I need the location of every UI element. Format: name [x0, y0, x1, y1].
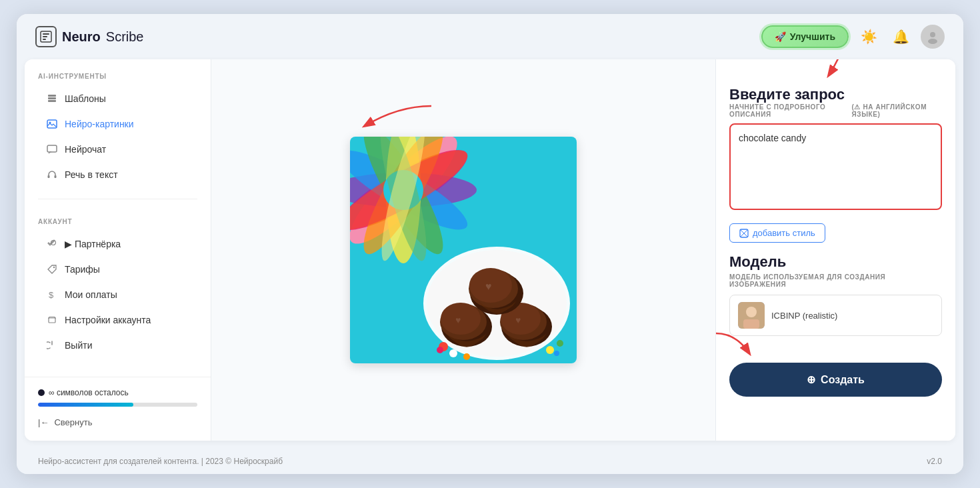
- model-thumb-image: [738, 302, 765, 329]
- sidebar-item-templates[interactable]: Шаблоны: [38, 87, 197, 111]
- sidebar-item-neuro-images[interactable]: Нейро-картинки: [38, 112, 197, 136]
- prompt-subtitle-warning: (⚠ НА АНГЛИЙСКОМ ЯЗЫКЕ): [852, 103, 943, 118]
- neurochat-label: Нейрочат: [65, 144, 106, 155]
- svg-point-50: [554, 351, 559, 356]
- sidebar-item-payments[interactable]: $ Мои оплаты: [38, 283, 197, 307]
- prompt-subtitle: НАЧНИТЕ С ПОДРОБНОГО ОПИСАНИЯ (⚠ НА АНГЛ…: [729, 103, 942, 118]
- generated-image: ♥ ♥ ♥: [350, 137, 577, 363]
- create-button[interactable]: ⊕ Создать: [729, 363, 942, 397]
- svg-rect-17: [49, 318, 55, 323]
- svg-rect-11: [47, 145, 57, 152]
- svg-rect-2: [43, 36, 47, 37]
- svg-rect-7: [48, 97, 56, 99]
- prompt-title: Введите запрос: [729, 86, 942, 103]
- prompt-subtitle-text: НАЧНИТЕ С ПОДРОБНОГО ОПИСАНИЯ: [729, 103, 849, 118]
- footer-version: v2.0: [927, 457, 942, 466]
- speech-label: Речь в текст: [65, 169, 118, 180]
- model-selector[interactable]: ICBINP (realistic): [729, 295, 942, 336]
- upgrade-icon: 🚀: [775, 31, 786, 42]
- sun-icon: ☀️: [861, 29, 877, 45]
- model-title: Модель: [729, 253, 942, 271]
- sidebar-item-tariffs[interactable]: Тарифы: [38, 257, 197, 281]
- model-thumbnail: [738, 302, 765, 329]
- sidebar: AI-ИНСТРУМЕНТЫ Шаблоны: [25, 59, 211, 441]
- prompt-input[interactable]: chocolate candy: [729, 123, 942, 210]
- right-panel: Введите запрос НАЧНИТЕ С ПОДРОБНОГО ОПИС…: [715, 59, 955, 441]
- add-style-section: добавить стиль: [729, 223, 942, 243]
- collapse-icon: |←: [38, 417, 49, 427]
- svg-text:♥: ♥: [515, 315, 521, 325]
- model-section: Модель МОДЕЛЬ ИСПОЛЬЗУЕМАЯ ДЛЯ СОЗДАНИЯ …: [729, 253, 942, 336]
- payments-label: Мои оплаты: [65, 289, 117, 300]
- svg-point-46: [546, 346, 554, 354]
- svg-point-45: [449, 349, 457, 357]
- model-name: ICBINP (realistic): [771, 311, 933, 321]
- account-section: АККАУНТ ▶ Партнёрка: [25, 205, 211, 364]
- svg-rect-3: [43, 39, 46, 40]
- templates-label: Шаблоны: [65, 93, 106, 104]
- header-right: 🚀 Улучшить ☀️ 🔔: [761, 25, 945, 49]
- tariffs-label: Тарифы: [65, 264, 100, 275]
- avatar[interactable]: [921, 25, 945, 49]
- collapse-button[interactable]: |← Свернуть: [38, 415, 197, 430]
- sidebar-item-account-settings[interactable]: Настройки аккаунта: [38, 308, 197, 332]
- symbols-dot: [38, 389, 45, 396]
- account-settings-label: Настройки аккаунта: [65, 315, 151, 325]
- sidebar-item-partner[interactable]: ▶ Партнёрка: [38, 232, 197, 256]
- create-label: Создать: [821, 374, 865, 386]
- power-icon: [46, 339, 58, 351]
- svg-point-48: [463, 353, 470, 360]
- ai-tools-label: AI-ИНСТРУМЕНТЫ: [38, 73, 197, 80]
- svg-rect-8: [48, 95, 56, 97]
- sidebar-item-logout[interactable]: Выйти: [38, 333, 197, 357]
- svg-rect-13: [55, 175, 57, 178]
- sidebar-item-neurochat[interactable]: Нейрочат: [38, 137, 197, 161]
- svg-rect-6: [48, 100, 56, 102]
- svg-text:♥: ♥: [485, 281, 492, 292]
- body: AI-ИНСТРУМЕНТЫ Шаблоны: [25, 59, 955, 441]
- svg-rect-9: [47, 120, 57, 128]
- logo-scribe: Scribe: [106, 29, 144, 45]
- footer-copyright: Нейро-ассистент для создателей контента.…: [38, 457, 283, 466]
- prompt-section: Введите запрос НАЧНИТЕ С ПОДРОБНОГО ОПИС…: [729, 86, 942, 213]
- main-content: ♥ ♥ ♥: [211, 59, 715, 441]
- dollar-icon: $: [46, 289, 58, 301]
- sidebar-bottom: ∞ символов осталось |← Свернуть: [25, 377, 211, 441]
- account-label: АККАУНТ: [38, 218, 197, 225]
- image-icon: [46, 118, 58, 130]
- app-window: NeuroScribe 🚀 Улучшить ☀️ 🔔: [17, 14, 963, 474]
- progress-bar: [38, 403, 197, 407]
- create-icon: ⊕: [807, 373, 815, 386]
- logout-label: Выйти: [65, 340, 92, 351]
- chat-icon: [46, 143, 58, 155]
- svg-point-4: [930, 32, 935, 37]
- svg-rect-1: [43, 33, 49, 35]
- svg-text:♥: ♥: [455, 315, 461, 325]
- add-style-button[interactable]: добавить стиль: [729, 223, 825, 243]
- tag-icon: [46, 263, 58, 275]
- collapse-label: Свернуть: [54, 417, 92, 427]
- sidebar-item-speech[interactable]: Речь в текст: [38, 163, 197, 187]
- logo-neuro: Neuro: [62, 29, 101, 45]
- svg-rect-12: [48, 175, 50, 178]
- ai-tools-section: AI-ИНСТРУМЕНТЫ Шаблоны: [25, 59, 211, 193]
- notifications-button[interactable]: 🔔: [889, 25, 913, 49]
- svg-point-47: [557, 340, 563, 347]
- svg-point-15: [53, 267, 55, 268]
- sidebar-divider: [38, 199, 197, 199]
- svg-point-49: [437, 347, 443, 353]
- theme-toggle-button[interactable]: ☀️: [857, 25, 881, 49]
- header: NeuroScribe 🚀 Улучшить ☀️ 🔔: [17, 14, 963, 59]
- svg-point-5: [928, 39, 937, 44]
- logo-icon: [35, 26, 57, 47]
- upgrade-button[interactable]: 🚀 Улучшить: [761, 25, 849, 48]
- settings-icon: [46, 314, 58, 326]
- partner-icon: [46, 238, 58, 250]
- headphones-icon: [46, 169, 58, 181]
- partner-label: ▶ Партнёрка: [65, 239, 121, 249]
- neuro-images-label: Нейро-картинки: [65, 119, 134, 129]
- symbols-remaining: ∞ символов осталось: [38, 388, 197, 397]
- footer: Нейро-ассистент для создателей контента.…: [17, 449, 963, 474]
- bell-icon: 🔔: [893, 29, 909, 45]
- symbols-text: ∞ символов осталось: [49, 388, 129, 397]
